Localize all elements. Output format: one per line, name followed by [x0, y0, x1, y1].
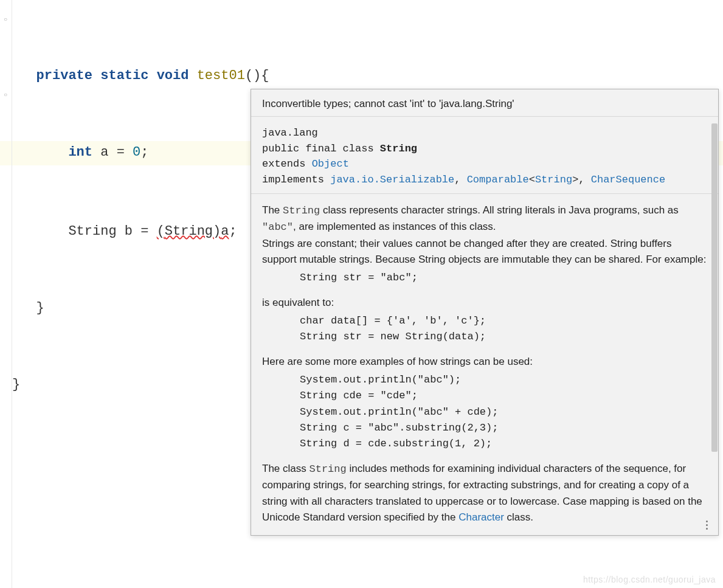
type-string: String — [68, 224, 116, 239]
more-options-icon[interactable] — [700, 518, 713, 531]
gutter-marker-icon[interactable]: ○ — [1, 16, 10, 24]
error-expression[interactable]: (String)a — [157, 224, 229, 239]
eq: = — [117, 145, 125, 160]
implements-line: implements java.io.Serializable, Compara… — [262, 172, 707, 188]
code-example: String str = "abc"; — [300, 270, 707, 286]
doc-paragraph: Strings are constant; their values canno… — [262, 236, 707, 268]
var-a: a — [100, 145, 108, 160]
link-string-param[interactable]: String — [535, 174, 572, 185]
error-message: Inconvertible types; cannot cast 'int' t… — [251, 89, 718, 117]
close-brace: } — [36, 300, 44, 316]
code-line-1[interactable]: private static void test01(){ — [12, 63, 530, 89]
link-serializable[interactable]: java.io.Serializable — [330, 174, 454, 185]
doc-paragraph: Here are some more examples of how strin… — [262, 354, 707, 370]
quick-doc-popup[interactable]: Inconvertible types; cannot cast 'int' t… — [251, 89, 719, 536]
class-name: String — [380, 143, 417, 154]
package-line: java.lang — [262, 125, 707, 141]
parens: (){ — [245, 68, 269, 83]
doc-paragraph: is equivalent to: — [262, 295, 707, 311]
signature-block: java.lang public final class String exte… — [251, 117, 718, 194]
extends-line: extends Object — [262, 156, 707, 172]
doc-paragraph: The class String includes methods for ex… — [262, 461, 707, 525]
keyword-static: static — [100, 68, 148, 83]
keyword-void: void — [157, 68, 189, 83]
link-charsequence[interactable]: CharSequence — [591, 174, 665, 185]
class-decl-line: public final class String — [262, 141, 707, 157]
scrollbar-thumb[interactable] — [711, 123, 718, 452]
gutter-marker-icon[interactable]: ○ — [1, 91, 10, 100]
number-literal: 0 — [133, 145, 140, 160]
keyword-private: private — [36, 68, 92, 83]
close-brace: } — [12, 377, 20, 392]
var-b: b — [125, 224, 133, 239]
method-name: test01 — [197, 68, 245, 83]
semi: ; — [140, 145, 148, 160]
doc-body[interactable]: The String class represents character st… — [251, 194, 718, 535]
doc-paragraph: The String class represents character st… — [262, 202, 707, 236]
code-example: char data[] = {'a', 'b', 'c'}; String st… — [300, 313, 707, 345]
code-example: System.out.println("abc"); String cde = … — [300, 372, 707, 452]
link-object[interactable]: Object — [312, 158, 349, 170]
link-character[interactable]: Character — [458, 511, 504, 523]
watermark-text: https://blog.csdn.net/guorui_java — [583, 575, 716, 584]
keyword-int: int — [68, 145, 92, 160]
eq: = — [140, 224, 148, 239]
link-comparable[interactable]: Comparable — [467, 174, 529, 185]
editor-gutter: ○ ○ — [0, 0, 12, 588]
semi: ; — [229, 224, 237, 239]
